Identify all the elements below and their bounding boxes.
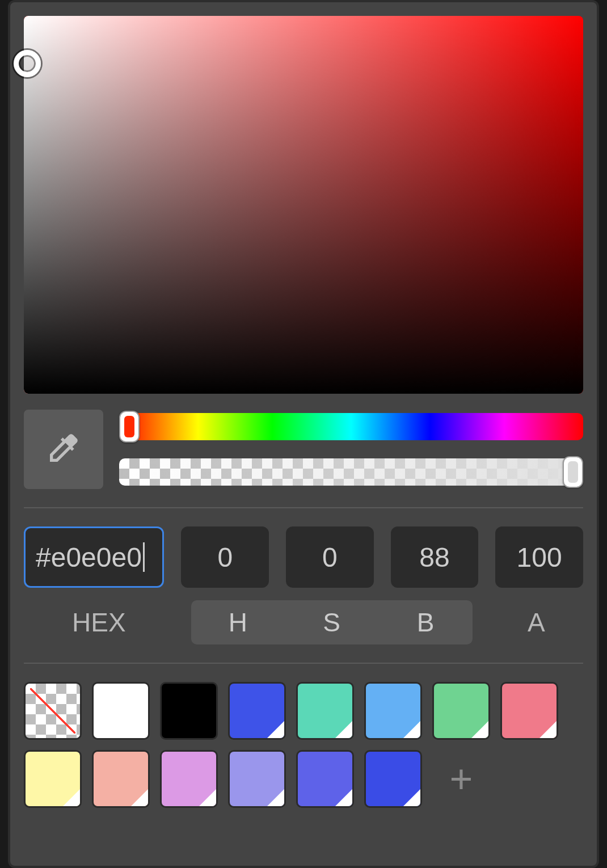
b-input-value: 88: [419, 542, 449, 573]
h-col: 0: [181, 526, 269, 588]
alpha-slider[interactable]: [119, 458, 583, 486]
swatch-corner-icon: [131, 789, 148, 806]
add-swatch-button[interactable]: +: [432, 750, 490, 808]
text-caret: [143, 542, 145, 572]
swatch-peach[interactable]: [92, 750, 150, 808]
eyedropper-icon: [45, 430, 82, 469]
a-col: 100: [495, 526, 583, 588]
swatch-corner-icon: [335, 721, 352, 738]
hue-slider-thumb[interactable]: [119, 411, 140, 443]
swatch-rose[interactable]: [500, 682, 558, 740]
divider-1: [24, 507, 583, 508]
swatch-lemon[interactable]: [24, 750, 82, 808]
eyedropper-button[interactable]: [24, 410, 103, 489]
hex-input-value: #e0e0e0: [36, 542, 142, 573]
a-label: A: [490, 607, 583, 638]
h-label: H: [191, 607, 285, 638]
sliders-stack: [119, 410, 583, 489]
a-input-value: 100: [517, 542, 562, 573]
swatch-blue[interactable]: [228, 682, 286, 740]
divider-2: [24, 663, 583, 664]
b-col: 88: [391, 526, 479, 588]
inputs-row: #e0e0e0 0 0 88 100: [24, 526, 583, 588]
s-label: S: [285, 607, 378, 638]
swatch-lavender[interactable]: [228, 750, 286, 808]
a-input[interactable]: 100: [495, 526, 583, 588]
swatch-orchid[interactable]: [160, 750, 218, 808]
swatches-grid: +: [24, 682, 583, 808]
swatch-corner-icon: [539, 721, 557, 738]
sb-black-gradient: [24, 16, 583, 394]
hex-label: HEX: [24, 607, 174, 638]
alpha-slider-thumb[interactable]: [563, 456, 583, 488]
saturation-brightness-area[interactable]: [24, 16, 583, 394]
s-col: 0: [286, 526, 374, 588]
swatch-corner-icon: [267, 721, 284, 738]
swatch-teal[interactable]: [296, 682, 354, 740]
sb-cursor[interactable]: [14, 50, 41, 77]
swatch-corner-icon: [199, 789, 216, 806]
swatch-white[interactable]: [92, 682, 150, 740]
swatch-corner-icon: [403, 789, 420, 806]
labels-row: HEX H S B A: [24, 600, 583, 644]
hue-thumb-color: [124, 416, 134, 437]
swatch-black[interactable]: [160, 682, 218, 740]
color-picker-panel: #e0e0e0 0 0 88 100 HEX H S: [8, 0, 599, 868]
brightness-label: B: [378, 607, 472, 638]
h-input[interactable]: 0: [181, 526, 269, 588]
hex-input[interactable]: #e0e0e0: [24, 526, 164, 588]
hsb-mode-toggle[interactable]: H S B: [191, 600, 473, 644]
hue-slider[interactable]: [119, 413, 583, 440]
swatch-none[interactable]: [24, 682, 82, 740]
slider-row: [24, 410, 583, 489]
swatch-corner-icon: [335, 789, 352, 806]
b-input[interactable]: 88: [391, 526, 479, 588]
s-input-value: 0: [322, 542, 338, 573]
s-input[interactable]: 0: [286, 526, 374, 588]
alpha-slider-overlay: [119, 458, 583, 486]
hex-col: #e0e0e0: [24, 526, 164, 588]
swatch-corner-icon: [267, 789, 284, 806]
swatch-royal[interactable]: [364, 750, 422, 808]
swatch-corner-icon: [471, 721, 488, 738]
swatch-green[interactable]: [432, 682, 490, 740]
swatch-indigo[interactable]: [296, 750, 354, 808]
h-input-value: 0: [217, 542, 233, 573]
alpha-thumb-color: [568, 461, 578, 483]
swatch-corner-icon: [63, 789, 80, 806]
swatch-skyblue[interactable]: [364, 682, 422, 740]
swatch-corner-icon: [403, 721, 420, 738]
